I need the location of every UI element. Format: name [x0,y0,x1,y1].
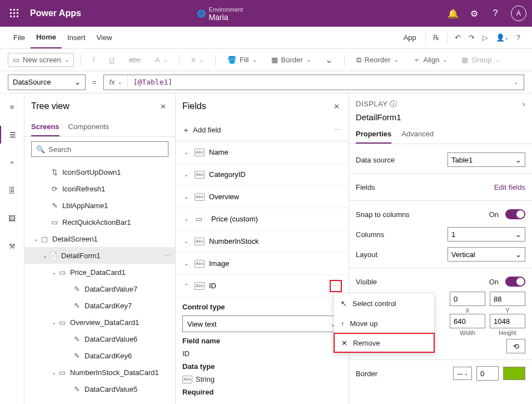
avatar[interactable]: A [511,6,526,21]
tree-item[interactable]: ✎DataCardKey7 [24,297,175,314]
field-row-expanded[interactable]: ⌃AbcID ⋯ [176,275,349,297]
info-icon[interactable]: ⓘ [390,100,397,108]
ctx-remove[interactable]: ✕Remove [334,333,435,353]
tree-close-icon[interactable]: ✕ [158,100,168,113]
formula-expand-icon[interactable]: ⌄ [508,79,524,85]
menu-view[interactable]: View [91,27,118,48]
align-button[interactable]: ⫟ Align ⌄ [408,53,453,67]
tree-item[interactable]: ⌄▭NumberInStock_DataCard1 [24,364,175,381]
width-input[interactable]: 640 [450,314,485,328]
new-screen-button[interactable]: ▭ New screen ⌄ [8,53,74,67]
menubar-help-icon[interactable]: ? [513,27,524,48]
tree-item[interactable]: ⌄▭Price_DataCard1 [24,264,175,280]
border-color-swatch[interactable] [503,367,525,380]
tree-item[interactable]: ✎DataCardValue6 [24,331,175,347]
datasource-select[interactable]: Table1⌄ [448,152,525,167]
columns-select[interactable]: 1⌄ [448,227,525,242]
tree-item[interactable]: ⟳IconRefresh1 [24,180,175,197]
pos-x-input[interactable]: 0 [450,292,485,306]
tree-item[interactable]: ✎LblAppName1 [24,197,175,214]
undo-icon[interactable]: ↶ [451,27,465,48]
app-launcher-icon[interactable] [6,4,23,22]
fields-close-icon[interactable]: ✕ [331,100,342,113]
layout-select[interactable]: Vertical⌄ [448,247,525,262]
height-input[interactable]: 1048 [490,314,525,328]
ctx-select-control[interactable]: ↖Select control [334,293,434,313]
tab-components[interactable]: Components [68,119,110,136]
rail-media-icon[interactable]: 🖼 [0,209,24,227]
field-row[interactable]: ⌄AbcCategoryID [176,164,349,186]
rail-insert-icon[interactable]: ＋ [0,154,24,171]
equals-sign: = [90,78,99,86]
overflow-button[interactable]: ⌄ [320,52,337,68]
tab-properties[interactable]: Properties [356,126,391,144]
rail-data-icon[interactable]: 🗄 [0,181,24,199]
size-reset-icon[interactable]: ⟲ [506,339,525,353]
fill-button[interactable]: 🪣 Fill ⌄ [222,53,262,67]
play-icon[interactable]: ▷ [479,27,492,48]
field-row[interactable]: ⌄AbcImage [176,253,349,275]
fx-label[interactable]: fx⌄ [104,75,128,90]
tab-advanced[interactable]: Advanced [401,126,434,144]
chevron-down-icon: ⌄ [64,57,69,63]
field-row[interactable]: ⌄AbcName [176,141,349,164]
control-type-label: Control type [182,303,342,311]
tree-item[interactable]: ⇅IconSortUpDown1 [24,164,175,180]
visible-toggle[interactable] [505,277,525,287]
border-style-select[interactable]: — ⌄ [453,367,472,380]
field-row[interactable]: ⌄AbcOverview [176,186,349,208]
menu-insert[interactable]: Insert [62,27,91,48]
plus-icon: ＋ [182,125,190,135]
chevron-right-icon[interactable]: › [523,100,525,109]
tree-item-selected[interactable]: ⌄📄DetailForm1⋯ [24,247,175,264]
tree-item[interactable]: ▭RectQuickActionBar1 [24,214,175,230]
rail-tools-icon[interactable]: ⚒ [0,237,24,255]
field-row[interactable]: ⌄▭Price (custom) [176,208,349,230]
control-type-select[interactable]: View text⌄ [182,316,342,332]
tree-item[interactable]: ✎DataCardValue7 [24,280,175,297]
italic-button: I [88,53,100,67]
rail-hamburger-icon[interactable]: ≡ [0,98,24,116]
datasource-label: Data source [356,156,443,164]
edit-fields-link[interactable]: Edit fields [494,183,525,191]
share-icon[interactable]: 👤₊ [492,27,513,48]
tree-search-input[interactable]: 🔍 Search [31,141,168,157]
ctx-move-up[interactable]: ↑Move up [334,313,434,333]
more-icon[interactable]: ⋯ [165,252,172,259]
tree-item[interactable]: ✎DataCardKey6 [24,347,175,364]
data-type-value: String [196,375,215,383]
formula-input[interactable]: [@Table1] [128,78,508,86]
required-label: Required [182,388,342,396]
environment-picker[interactable]: 🌐 Environment Maria [197,6,332,21]
tab-screens[interactable]: Screens [31,119,59,136]
reorder-button[interactable]: ⧉ Reorder ⌄ [351,53,404,67]
svg-rect-0 [10,9,12,11]
snap-toggle[interactable] [505,209,525,219]
rail-tree-icon[interactable]: ☰ [0,126,24,144]
border-width-input[interactable]: 0 [476,366,499,381]
tree-item[interactable]: ⌄▭Overview_DataCard1 [24,314,175,331]
add-field-button[interactable]: ＋Add field [182,125,221,135]
redo-icon[interactable]: ↷ [465,27,479,48]
fields-row-label: Fields [356,183,490,191]
menu-file[interactable]: File [8,27,31,48]
group-button: ▦ Group ⌄ [456,53,504,67]
pos-y-input[interactable]: 88 [490,292,525,306]
notifications-icon[interactable]: 🔔 [448,8,459,19]
help-icon[interactable]: ? [490,8,501,18]
field-more-icon[interactable]: ⋯ [330,280,342,292]
menu-app[interactable]: App [398,27,422,48]
fields-more-icon[interactable]: ⋯ [335,126,342,134]
border-button[interactable]: ▦ Border ⌄ [266,53,316,67]
textalign-button: ≡⌄ [186,53,208,67]
property-dropdown[interactable]: DataSource ⌄ [8,75,86,90]
checker-icon[interactable]: ℞ [429,27,444,48]
field-row[interactable]: ⌄AbcNumberInStock [176,230,349,253]
menu-home[interactable]: Home [31,27,62,48]
settings-icon[interactable]: ⚙ [469,8,480,19]
fontcolor-button: A⌄ [150,53,173,67]
tree-item[interactable]: ✎DataCardValue5 [24,381,175,397]
field-name-label: Field name [182,337,342,345]
env-value: Maria [209,13,243,21]
tree-item[interactable]: ⌄▢DetailScreen1 [24,230,175,247]
